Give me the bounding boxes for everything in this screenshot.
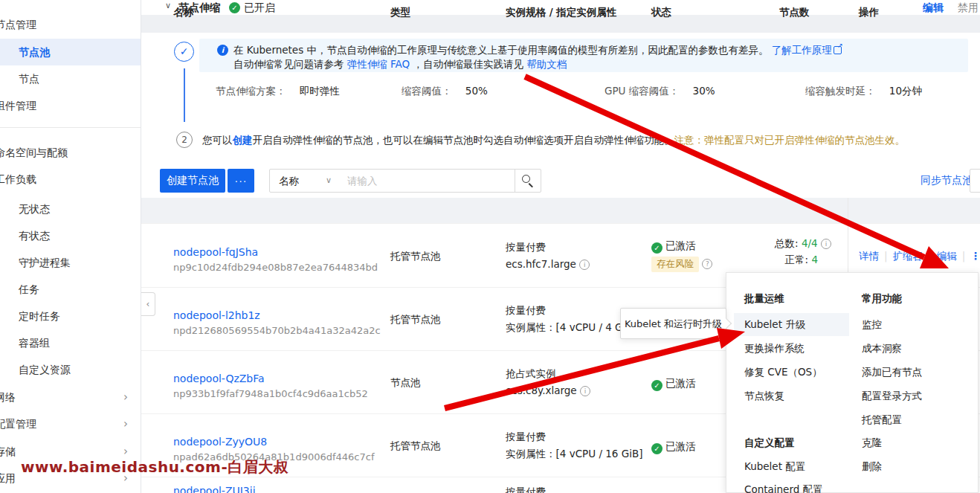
sidebar-item-jobs[interactable]: 任务	[0, 276, 141, 303]
sidebar-item-pods[interactable]: 容器组	[0, 329, 141, 356]
info-circle-icon[interactable]: i	[580, 386, 590, 396]
help-doc-link[interactable]: 帮助文档	[526, 58, 567, 70]
node-pool-name-link[interactable]: nodepool-ZUJ3ii	[173, 485, 256, 493]
info-icon: i	[217, 45, 228, 56]
count-value: 4/4	[802, 237, 818, 249]
sidebar-item-label: 应用	[0, 465, 16, 492]
count-label: 总数:	[775, 237, 799, 249]
step2-pre: 您可以	[202, 134, 233, 146]
instance-spec: ecs.hfc7.large i	[506, 258, 590, 270]
collapse-caret-icon[interactable]: ∨	[165, 1, 171, 10]
question-circle-icon[interactable]: ?	[702, 259, 712, 269]
sidebar-item-network[interactable]: 网络›	[0, 384, 141, 410]
instance-spec-text: ecs.hfc7.large	[506, 258, 576, 270]
clipped-toolbar-button[interactable]	[970, 169, 980, 193]
col-header-count: 节点数	[779, 6, 810, 19]
billing-type: 抢占式实例	[506, 367, 556, 381]
sync-node-pool-link[interactable]: 同步节点池	[921, 174, 973, 187]
edit-action-link[interactable]: 编辑	[937, 250, 957, 262]
sidebar-item-stateless[interactable]: 无状态	[0, 196, 141, 222]
search-button[interactable]	[515, 169, 541, 193]
node-pool-name-link[interactable]: nodepool-fqJSha	[173, 246, 258, 258]
scale-action-link[interactable]: 扩缩容	[893, 250, 923, 262]
sidebar-item-label: 容器组	[19, 329, 50, 356]
search-icon	[522, 175, 530, 183]
search-input[interactable]	[338, 169, 515, 193]
info-circle-icon[interactable]: i	[579, 260, 590, 270]
menu-item-login-config[interactable]: 配置登录方式	[862, 390, 922, 403]
menu-header-batch-ops: 批量运维	[744, 292, 784, 306]
sidebar-collapse-handle[interactable]: ‹	[141, 292, 155, 316]
node-pool-name-link[interactable]: nodepool-QzZbFa	[173, 373, 265, 384]
menu-item-containerd-config[interactable]: Containerd 配置	[744, 483, 823, 493]
sidebar-item-node-management[interactable]: 节点管理	[0, 11, 141, 38]
instance-spec: 实例属性：[4 vCPU / 4 GiB]	[506, 321, 636, 335]
chevron-down-icon: ∨	[326, 170, 332, 192]
more-actions-button[interactable]: ···	[228, 169, 254, 193]
menu-item-kubelet-upgrade[interactable]: Kubelet 升级	[744, 318, 805, 332]
sidebar-item-cronjobs[interactable]: 定时任务	[0, 303, 141, 329]
sidebar-item-config-management[interactable]: 配置管理›	[0, 410, 141, 437]
chevron-right-icon: ›	[123, 384, 128, 410]
param-scale-in-threshold: 缩容阈值： 50%	[402, 85, 488, 98]
param-trigger-delay: 缩容触发时延： 10分钟	[805, 85, 922, 98]
menu-item-fix-cve[interactable]: 修复 CVE（OS）	[744, 366, 822, 379]
menu-item-managed-config[interactable]: 托管配置	[862, 413, 902, 427]
sidebar-item-daemonset[interactable]: 守护进程集	[0, 249, 141, 276]
row-divider	[141, 223, 980, 224]
create-link[interactable]: 创建	[233, 134, 253, 146]
sidebar-item-node-pool[interactable]: 节点池	[0, 39, 141, 65]
autoscaling-faq-link[interactable]: 弹性伸缩 FAQ	[347, 58, 410, 70]
sidebar-item-stateful[interactable]: 有状态	[0, 222, 141, 249]
tooltip-text: Kubelet 和运行时升级	[621, 318, 726, 331]
step1-check-icon: ✓	[174, 42, 194, 62]
param-label: GPU 缩容阈值：	[605, 85, 679, 97]
sidebar-item-namespace-quota[interactable]: 命名空间与配额	[0, 139, 141, 166]
create-node-pool-button[interactable]: 创建节点池	[160, 169, 225, 193]
normal-value: 4	[811, 254, 818, 265]
disable-link[interactable]: 禁用	[958, 1, 979, 13]
sidebar-item-label: 有状态	[19, 222, 50, 249]
info-circle-icon[interactable]: i	[821, 239, 831, 249]
sidebar-item-label: 自定义资源	[19, 356, 71, 383]
node-pool-name-link[interactable]: nodepool-ZyyOU8	[173, 436, 267, 448]
sidebar-item-custom-resources[interactable]: 自定义资源	[0, 356, 141, 383]
sidebar-item-addon-management[interactable]: 组件管理	[0, 92, 141, 119]
sidebar-item-workloads[interactable]: 工作负载	[0, 166, 141, 193]
active-check-icon: ✓	[651, 242, 663, 254]
enabled-check-icon: ✓	[229, 2, 240, 13]
menu-item-add-existing-node[interactable]: 添加已有节点	[862, 366, 922, 379]
kubelet-upgrade-tooltip: Kubelet 和运行时升级	[620, 308, 726, 339]
node-pool-type: 托管节点池	[390, 439, 441, 453]
menu-item-kubelet-config[interactable]: Kubelet 配置	[744, 460, 805, 474]
param-gpu-threshold: GPU 缩容阈值： 30%	[605, 85, 715, 98]
edit-link[interactable]: 编辑	[923, 1, 944, 13]
menu-item-delete[interactable]: 删除	[862, 460, 882, 474]
sidebar-item-node[interactable]: 节点	[0, 65, 141, 92]
billing-type: 按量付费	[506, 304, 546, 318]
sidebar-item-label: 节点	[19, 65, 39, 92]
menu-item-replace-os[interactable]: 更换操作系统	[744, 342, 805, 355]
status-text: 已激活	[665, 440, 696, 452]
step2-mid: 开启自动弹性伸缩的节点池，也可以在编辑节点池时勾选自动伸缩选项开启自动弹性伸缩功…	[253, 134, 674, 146]
sidebar-item-label: 节点管理	[0, 11, 36, 38]
status-risk: 存在风险 ?	[651, 257, 712, 272]
menu-item-cost-insight[interactable]: 成本洞察	[862, 342, 902, 355]
learn-how-link[interactable]: 了解工作原理	[772, 44, 832, 56]
detail-action-link[interactable]: 详情	[859, 250, 879, 262]
col-header-name: 名称	[173, 6, 193, 19]
more-actions-icon[interactable]: ⋮	[970, 250, 980, 262]
risk-badge: 存在风险	[651, 257, 699, 272]
filter-field-select[interactable]: 名称 ∨	[269, 169, 339, 193]
menu-item-clone[interactable]: 克隆	[862, 436, 882, 450]
node-count-total: 总数: 4/4 i	[758, 237, 831, 251]
status-active: ✓ 已激活	[651, 440, 696, 454]
menu-item-monitor[interactable]: 监控	[862, 318, 882, 332]
status-text: 已激活	[665, 377, 696, 389]
menu-item-node-repair[interactable]: 节点恢复	[744, 390, 784, 403]
node-pool-id: np933b1f9faf7948a1b0cf4c9d6aa1cb52	[173, 388, 368, 399]
action-separator: |	[884, 250, 888, 262]
watermark-text: www.baimeidashu.com-白眉大叔	[21, 457, 288, 477]
sidebar-item-clipped[interactable]: 集群信息	[0, 0, 141, 4]
node-pool-name-link[interactable]: nodepool-l2hb1z	[173, 309, 260, 321]
